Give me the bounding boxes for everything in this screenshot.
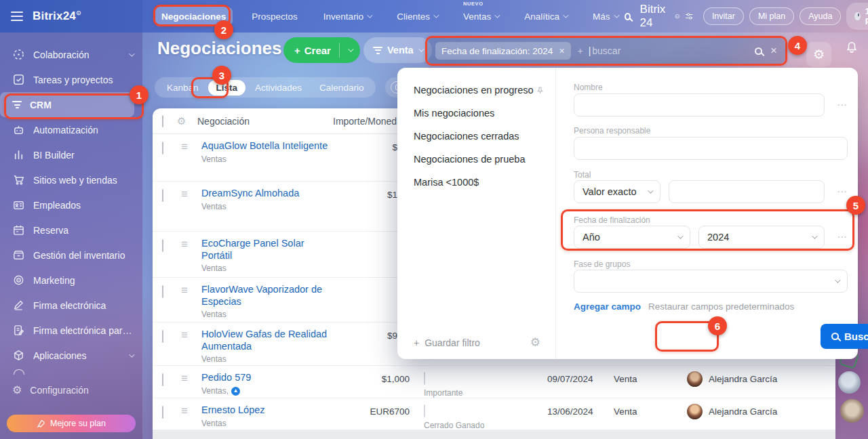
nav-inventario[interactable]: Inventario [317,7,378,26]
tab-actividades[interactable]: Actividades [247,80,310,96]
filter-settings-icon[interactable]: ⚙ [530,335,540,350]
sidebar-item-sitios-web[interactable]: Sitios web y tiendas [0,167,142,192]
deal-owner[interactable]: Alejandra García [687,371,777,387]
sidebar-item-firma-electronica[interactable]: Firma electrónica [0,293,142,318]
deal-link[interactable]: Pedido 579 [201,372,251,383]
table-row[interactable]: ≡ Ernesto López Ventas EUR6700 Cerrado G… [153,398,835,430]
deal-link[interactable]: FlavorWave Vaporizador de Especias [201,284,322,307]
fecha-period-select[interactable]: Año [574,226,690,249]
sidebar-item-bi-builder[interactable]: BI Builder [0,142,142,167]
sidebar-item-empleados[interactable]: Empleados [0,192,142,217]
fase-grupos-select[interactable] [574,270,848,293]
preset-negociaciones-cerradas[interactable]: Negociaciones cerradas [397,125,555,148]
row-checkbox[interactable] [162,239,163,252]
sidebar-item-automatizacion[interactable]: Automatización [0,117,142,142]
grid-settings-button[interactable]: ⚙ [806,42,831,67]
deal-link[interactable]: DreamSync Almohada [201,188,299,198]
chip-remove-icon[interactable]: × [559,45,564,56]
search-filter-bar[interactable]: Fecha de finalización: 2024 × + |buscar … [427,38,785,64]
invite-button[interactable]: Invitar [703,7,744,25]
filter-chip[interactable]: Fecha de finalización: 2024 × [435,42,571,60]
preset-negociaciones-de-prueba[interactable]: Negociaciones de prueba [397,148,555,171]
sidebar-item-reserva[interactable]: Reserva [0,217,142,243]
nav-ventas[interactable]: NUEVOVentas [456,7,505,26]
total-value-input[interactable] [669,180,825,203]
inventory-icon [12,249,25,262]
deal-source-icon: ▲ [231,387,240,396]
columns-settings-icon[interactable]: ⚙ [177,115,197,127]
drag-handle-icon[interactable]: ≡ [181,329,188,342]
funnel-selector-button[interactable]: Venta [363,37,432,63]
row-checkbox[interactable] [162,285,163,298]
table-row[interactable]: ≡ Pedido 579 Ventas,▲ $1,000 Importante … [153,366,835,398]
drag-handle-icon[interactable]: ≡ [181,238,188,251]
deal-link[interactable]: Ernesto López [201,404,265,415]
hamburger-menu-icon[interactable] [11,12,23,21]
sidebar-item-aplicaciones[interactable]: Aplicaciones [0,343,142,368]
bitrix24-logo[interactable]: Bitrix24⊙ [33,9,81,23]
my-plan-button[interactable]: Mi plan [749,7,794,25]
deal-funnel-label: Ventas [201,310,330,320]
sliders-icon[interactable] [685,11,694,22]
field-options-icon[interactable]: ⋯ [837,186,848,198]
help-button[interactable]: Ayuda [800,7,841,25]
sidebar-item-crm[interactable]: CRM [0,92,134,117]
nav-clientes[interactable]: Clientes [390,7,444,26]
field-options-icon[interactable]: ⋯ [837,231,848,243]
field-options-icon[interactable]: ⋯ [837,99,848,111]
deal-close-date: 13/06/2024 [547,406,593,417]
restore-defaults-link[interactable]: Restaurar campos predeterminados [648,301,794,312]
sidebar-item-configuracion[interactable]: ⚙ Configuración [0,377,142,402]
add-field-link[interactable]: Agregar campo [574,301,641,312]
deal-owner[interactable]: Alejandra García [687,404,777,419]
deal-link[interactable]: AquaGlow Botella Inteligente [201,140,328,151]
deal-link[interactable]: HoloView Gafas de Realidad Aumentada [201,329,327,352]
drag-handle-icon[interactable]: ≡ [181,372,188,385]
upgrade-plan-button[interactable]: Mejore su plan [7,415,136,432]
preset-marisa-1000[interactable]: Marisa <1000$ [397,171,555,194]
tab-calendario[interactable]: Calendario [311,80,372,96]
create-button[interactable]: +Crear [283,37,360,63]
row-checkbox[interactable] [162,330,163,343]
row-checkbox[interactable] [162,406,163,419]
sidebar-item-colaboracion[interactable]: Colaboración [0,42,142,67]
sidebar-scroll-gap [0,368,142,377]
sidebar-item-tareas[interactable]: Tareas y proyectos [0,67,142,92]
drag-handle-icon[interactable]: ≡ [181,140,188,154]
row-checkbox[interactable] [162,142,163,154]
notifications-bell-icon[interactable] [841,35,863,57]
clear-filter-icon[interactable]: × [770,44,777,58]
sidebar-item-firma-electronica-hr[interactable]: Firma electrónica para... [0,318,142,343]
nombre-input[interactable] [574,93,825,117]
filter-panel: Negociaciones en progreso Mis negociacio… [397,68,858,359]
sidebar-item-inventario[interactable]: Gestión del inventario [0,243,142,268]
create-dropdown-toggle[interactable] [340,48,360,52]
chevron-down-icon [129,352,134,357]
preset-negociaciones-en-progreso[interactable]: Negociaciones en progreso [397,79,555,102]
select-all-checkbox[interactable] [162,115,163,127]
row-checkbox[interactable] [162,373,163,386]
drag-handle-icon[interactable]: ≡ [181,404,188,418]
filter-search-button[interactable]: Buscar [821,324,868,349]
pin-icon[interactable] [536,86,545,95]
search-icon[interactable] [625,13,631,20]
drag-handle-icon[interactable]: ≡ [181,284,188,297]
tab-kanban[interactable]: Kanban [159,80,207,96]
nav-analitica[interactable]: Analítica [517,7,574,26]
search-icon[interactable] [755,47,762,55]
booking-icon [12,224,25,236]
drag-handle-icon[interactable]: ≡ [181,188,188,201]
fecha-year-select[interactable]: 2024 [698,226,825,249]
nav-mas[interactable]: Más [586,7,625,26]
nav-prospectos[interactable]: Prospectos [245,7,304,26]
deal-link[interactable]: EcoCharge Panel Solar Portátil [201,238,304,261]
search-placeholder[interactable]: + |buscar [578,45,621,56]
row-checkbox[interactable] [162,189,163,202]
preset-mis-negociaciones[interactable]: Mis negociaciones [397,102,555,125]
time-widget[interactable]: 10:48 PM [846,3,868,30]
save-filter-button[interactable]: + Guardar filtro [414,337,480,348]
sidebar-item-marketing[interactable]: Marketing [0,268,142,293]
total-operator-select[interactable]: Valor exacto [574,180,660,203]
column-header-deal[interactable]: Negociación [197,116,333,127]
responsable-input[interactable] [574,137,848,160]
